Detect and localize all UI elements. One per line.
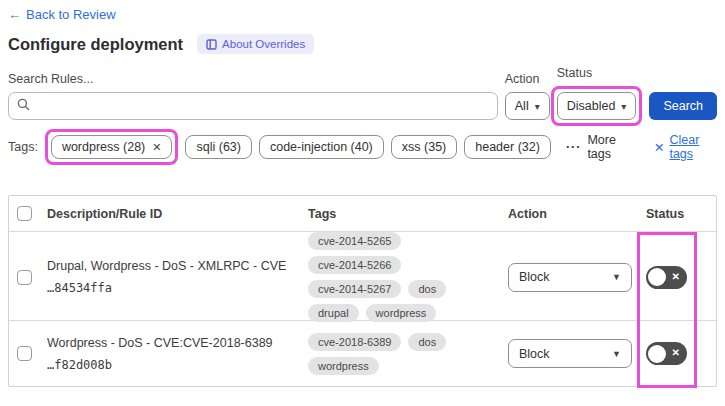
column-header-tags: Tags — [301, 207, 501, 221]
rule-tag-chip: dos — [408, 333, 446, 351]
book-icon — [206, 39, 217, 50]
status-filter-highlight: Disabled ▾ — [551, 86, 643, 126]
action-filter-value: All — [515, 99, 529, 113]
tag-pill-wordpress-active[interactable]: wordpress (28) ✕ — [51, 135, 173, 159]
toggle-knob — [648, 268, 666, 286]
rule-description-cell: Wordpress - DoS - CVE:CVE-2018-6389 …f82… — [39, 336, 301, 372]
about-overrides-label: About Overrides — [222, 38, 305, 50]
more-tags-button[interactable]: ··· More tags — [566, 133, 633, 161]
status-filter-group: Status Disabled ▾ — [557, 66, 637, 120]
rule-tag-chip: cve-2014-5265 — [308, 232, 401, 250]
row-checkbox[interactable] — [17, 346, 32, 361]
tags-label: Tags: — [8, 140, 38, 154]
table-row: Wordpress - DoS - CVE:CVE-2018-6389 …f82… — [9, 321, 716, 386]
search-rules-label: Search Rules... — [8, 72, 498, 86]
clear-tags-label: Clear tags — [669, 133, 717, 161]
search-icon — [17, 97, 30, 115]
about-overrides-badge[interactable]: About Overrides — [197, 34, 314, 54]
rule-tag-chip: wordpress — [366, 304, 437, 322]
column-header-description: Description/Rule ID — [39, 207, 301, 221]
active-tag-highlight: wordpress (28) ✕ — [45, 129, 179, 165]
active-tag-label: wordpress (28) — [62, 140, 145, 154]
action-filter-group: Action All ▾ — [505, 72, 550, 120]
chevron-down-icon: ▼ — [612, 272, 621, 282]
page-title: Configure deployment — [8, 35, 183, 54]
action-select-value: Block — [519, 347, 550, 361]
chevron-down-icon: ▾ — [621, 101, 626, 112]
ellipsis-icon: ··· — [566, 140, 582, 154]
rule-id: …84534ffa — [47, 281, 287, 295]
tag-pill-header[interactable]: header (32) — [464, 135, 551, 159]
back-arrow-icon: ← — [8, 7, 21, 22]
status-filter-label: Status — [557, 66, 637, 80]
status-toggle-off[interactable]: ✕ — [646, 266, 687, 289]
search-box — [8, 92, 498, 120]
action-select-value: Block — [519, 270, 550, 284]
tag-pill-code-injection[interactable]: code-injection (40) — [259, 135, 384, 159]
rule-tag-chip: cve-2014-5267 — [308, 280, 401, 298]
rules-table: Description/Rule ID Tags Action Status D… — [8, 195, 717, 387]
rule-tag-chip: cve-2014-5266 — [308, 256, 401, 274]
search-group: Search Rules... — [8, 72, 498, 120]
header-checkbox-cell — [9, 206, 39, 221]
table-header-row: Description/Rule ID Tags Action Status — [9, 196, 716, 232]
rule-status-cell: ✕ — [639, 342, 716, 365]
back-link-label: Back to Review — [26, 7, 116, 22]
rule-action-cell: Block ▼ — [501, 263, 639, 292]
action-select[interactable]: Block ▼ — [508, 263, 632, 292]
configure-deployment-page: ← Back to Review Configure deployment Ab… — [0, 0, 725, 387]
status-filter-value: Disabled — [567, 99, 616, 113]
chevron-down-icon: ▾ — [535, 101, 540, 112]
rule-status-cell: ✕ — [639, 266, 716, 289]
toggle-x-icon: ✕ — [672, 271, 680, 282]
tag-pill-sqli[interactable]: sqli (63) — [185, 135, 251, 159]
remove-tag-icon[interactable]: ✕ — [152, 141, 161, 154]
action-filter-label: Action — [505, 72, 550, 86]
chevron-down-icon: ▼ — [612, 349, 621, 359]
rule-id: …f82d008b — [47, 358, 287, 372]
search-input[interactable] — [36, 99, 489, 114]
row-checkbox[interactable] — [17, 270, 32, 285]
toggle-knob — [648, 345, 666, 363]
row-checkbox-cell — [9, 270, 39, 285]
toggle-x-icon: ✕ — [672, 347, 680, 358]
more-tags-label: More tags — [587, 133, 633, 161]
search-button[interactable]: Search — [649, 92, 717, 120]
status-toggle-off[interactable]: ✕ — [646, 342, 687, 365]
tags-bar: Tags: wordpress (28) ✕ sqli (63) code-in… — [8, 133, 717, 161]
column-header-status: Status — [639, 207, 716, 221]
rule-tags-cell: cve-2018-6389 dos wordpress — [301, 333, 501, 375]
rule-tags-cell: cve-2014-5265 cve-2014-5266 cve-2014-526… — [301, 232, 501, 322]
rule-description: Drupal, Wordpress - DoS - XMLRPC - CVE:C… — [47, 259, 287, 274]
page-header: Configure deployment About Overrides — [8, 34, 717, 54]
rule-tag-chip: cve-2018-6389 — [308, 333, 401, 351]
rule-description: Wordpress - DoS - CVE:CVE-2018-6389 — [47, 336, 287, 351]
action-filter-dropdown[interactable]: All ▾ — [505, 92, 550, 120]
row-checkbox-cell — [9, 346, 39, 361]
rule-tag-chip: drupal — [308, 304, 359, 322]
table-row: Drupal, Wordpress - DoS - XMLRPC - CVE:C… — [9, 232, 716, 321]
back-to-review-link[interactable]: ← Back to Review — [8, 7, 116, 22]
rule-action-cell: Block ▼ — [501, 339, 639, 368]
action-select[interactable]: Block ▼ — [508, 339, 632, 368]
clear-icon: ✕ — [654, 140, 664, 155]
select-all-checkbox[interactable] — [17, 206, 32, 221]
clear-tags-button[interactable]: ✕ Clear tags — [654, 133, 717, 161]
column-header-action: Action — [501, 207, 639, 221]
rule-tag-chip: wordpress — [308, 357, 379, 375]
tag-pill-xss[interactable]: xss (35) — [391, 135, 457, 159]
status-filter-dropdown[interactable]: Disabled ▾ — [557, 92, 637, 120]
rule-tag-chip: dos — [408, 280, 446, 298]
filter-bar: Search Rules... Action All ▾ Status Disa… — [8, 66, 717, 120]
rule-description-cell: Drupal, Wordpress - DoS - XMLRPC - CVE:C… — [39, 259, 301, 295]
